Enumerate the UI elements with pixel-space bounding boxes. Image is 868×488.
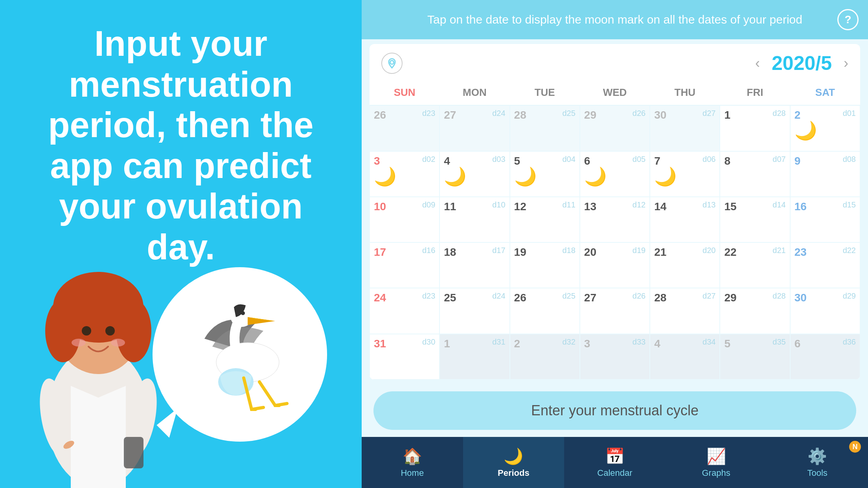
location-button[interactable] bbox=[381, 53, 403, 74]
cell-day-count: d24 bbox=[492, 109, 505, 118]
calendar-cell[interactable]: 3d02🌙 bbox=[370, 151, 440, 197]
calendar-cell[interactable]: 21d20 bbox=[650, 242, 720, 288]
calendar-cell[interactable]: 27d26 bbox=[580, 288, 650, 334]
cell-date: 3 bbox=[374, 155, 380, 167]
cell-day-count: d01 bbox=[843, 109, 856, 118]
nav-item-tools[interactable]: ⚙️ToolsN bbox=[767, 437, 868, 488]
calendar-cell[interactable]: 26d23 bbox=[370, 105, 440, 151]
calendar-cell[interactable]: 6d05🌙 bbox=[580, 151, 650, 197]
moon-icon: 🌙 bbox=[794, 121, 817, 139]
cell-day-count: d23 bbox=[422, 109, 435, 118]
cell-date: 30 bbox=[654, 109, 666, 121]
svg-point-8 bbox=[72, 339, 86, 347]
calendar-cell[interactable]: 18d17 bbox=[440, 242, 509, 288]
calendar-cell[interactable]: 24d23 bbox=[370, 288, 440, 334]
cell-date: 26 bbox=[514, 292, 526, 304]
calendar-cell[interactable]: 2d01🌙 bbox=[790, 105, 860, 151]
calendar-cell[interactable]: 1d28 bbox=[720, 105, 790, 151]
calendar-cell[interactable]: 26d25 bbox=[510, 288, 580, 334]
calendar-cell[interactable]: 28d25 bbox=[510, 105, 580, 151]
calendar-cell[interactable]: 5d35 bbox=[720, 334, 790, 380]
calendar-cell[interactable]: 30d27 bbox=[650, 105, 720, 151]
calendar-cell[interactable]: 14d13 bbox=[650, 197, 720, 242]
cell-day-count: d27 bbox=[702, 109, 715, 118]
calendar-cell[interactable]: 7d06🌙 bbox=[650, 151, 720, 197]
calendar-cell[interactable]: 29d26 bbox=[580, 105, 650, 151]
calendar-cell[interactable]: 30d29 bbox=[790, 288, 860, 334]
cell-date: 5 bbox=[514, 155, 520, 167]
help-button[interactable]: ? bbox=[837, 9, 859, 30]
nav-item-home[interactable]: 🏠Home bbox=[362, 437, 463, 488]
cell-date: 21 bbox=[654, 246, 666, 259]
calendar-cell[interactable]: 25d24 bbox=[440, 288, 509, 334]
cell-day-count: d22 bbox=[843, 246, 856, 255]
cell-day-count: d21 bbox=[772, 246, 785, 255]
calendar-cell[interactable]: 1d31 bbox=[440, 334, 509, 380]
calendar-cell[interactable]: 6d36 bbox=[790, 334, 860, 380]
moon-icon: 🌙 bbox=[374, 167, 396, 185]
nav-item-graphs[interactable]: 📈Graphs bbox=[666, 437, 767, 488]
moon-icon: 🌙 bbox=[584, 167, 607, 185]
day-header-tue: TUE bbox=[510, 83, 580, 105]
stork-circle-illustration bbox=[134, 260, 330, 457]
cell-date: 2 bbox=[514, 338, 520, 350]
cell-day-count: d26 bbox=[633, 109, 645, 118]
cell-day-count: d19 bbox=[633, 246, 645, 255]
calendar-cell[interactable]: 28d27 bbox=[650, 288, 720, 334]
calendar-cell[interactable]: 4d34 bbox=[650, 334, 720, 380]
day-header-wed: WED bbox=[580, 83, 650, 105]
nav-label-tools: Tools bbox=[807, 468, 827, 478]
calendar-cell[interactable]: 3d33 bbox=[580, 334, 650, 380]
cell-date: 12 bbox=[514, 200, 526, 213]
day-header-fri: FRI bbox=[720, 83, 790, 105]
calendar-cell[interactable]: 2d32 bbox=[510, 334, 580, 380]
calendar-cell[interactable]: 9d08 bbox=[790, 151, 860, 197]
calendar-cell[interactable]: 17d16 bbox=[370, 242, 440, 288]
cell-date: 6 bbox=[794, 338, 801, 350]
moon-icon: 🌙 bbox=[514, 167, 537, 185]
cell-date: 4 bbox=[444, 155, 450, 167]
cell-day-count: d23 bbox=[422, 292, 435, 301]
calendar-cell[interactable]: 10d09 bbox=[370, 197, 440, 242]
cell-day-count: d25 bbox=[562, 292, 575, 301]
calendar-cell[interactable]: 23d22 bbox=[790, 242, 860, 288]
day-header-mon: MON bbox=[440, 83, 509, 105]
calendar-cell[interactable]: 4d03🌙 bbox=[440, 151, 509, 197]
calendar-cell[interactable]: 13d12 bbox=[580, 197, 650, 242]
main-headline: Input your menstruation period, then the… bbox=[0, 24, 362, 268]
calendar-cell[interactable]: 16d15 bbox=[790, 197, 860, 242]
calendar-cell[interactable]: 20d19 bbox=[580, 242, 650, 288]
nav-label-graphs: Graphs bbox=[702, 468, 730, 478]
nav-item-periods[interactable]: 🌙Periods bbox=[463, 437, 565, 488]
right-panel: Tap on the date to display the moon mark… bbox=[362, 0, 868, 488]
enter-cycle-button[interactable]: Enter your menstrual cycle bbox=[373, 391, 856, 430]
nav-badge-tools: N bbox=[849, 441, 861, 453]
cell-day-count: d25 bbox=[562, 109, 575, 118]
calendar-cell[interactable]: 29d28 bbox=[720, 288, 790, 334]
cell-date: 5 bbox=[724, 338, 730, 350]
moon-icon: 🌙 bbox=[654, 167, 677, 185]
cell-date: 8 bbox=[724, 155, 730, 167]
cell-date: 6 bbox=[584, 155, 590, 167]
nav-icon-periods: 🌙 bbox=[504, 447, 523, 466]
next-month-button[interactable]: › bbox=[844, 55, 848, 72]
cell-date: 22 bbox=[724, 246, 736, 259]
calendar-cell[interactable]: 8d07 bbox=[720, 151, 790, 197]
cell-day-count: d28 bbox=[772, 292, 785, 301]
calendar-cell[interactable]: 31d30 bbox=[370, 334, 440, 380]
svg-point-6 bbox=[82, 326, 91, 336]
cell-date: 26 bbox=[374, 109, 386, 121]
calendar-cell[interactable]: 22d21 bbox=[720, 242, 790, 288]
prev-month-button[interactable]: ‹ bbox=[755, 55, 760, 72]
calendar-cell[interactable]: 11d10 bbox=[440, 197, 509, 242]
cell-day-count: d04 bbox=[562, 155, 575, 164]
app-header: Tap on the date to display the moon mark… bbox=[362, 0, 868, 39]
calendar-cell[interactable]: 15d14 bbox=[720, 197, 790, 242]
calendar-cell[interactable]: 19d18 bbox=[510, 242, 580, 288]
day-header-sun: SUN bbox=[370, 83, 440, 105]
calendar-cell[interactable]: 27d24 bbox=[440, 105, 509, 151]
nav-item-calendar[interactable]: 📅Calendar bbox=[564, 437, 666, 488]
calendar-cell[interactable]: 5d04🌙 bbox=[510, 151, 580, 197]
calendar-cell[interactable]: 12d11 bbox=[510, 197, 580, 242]
cell-day-count: d27 bbox=[702, 292, 715, 301]
